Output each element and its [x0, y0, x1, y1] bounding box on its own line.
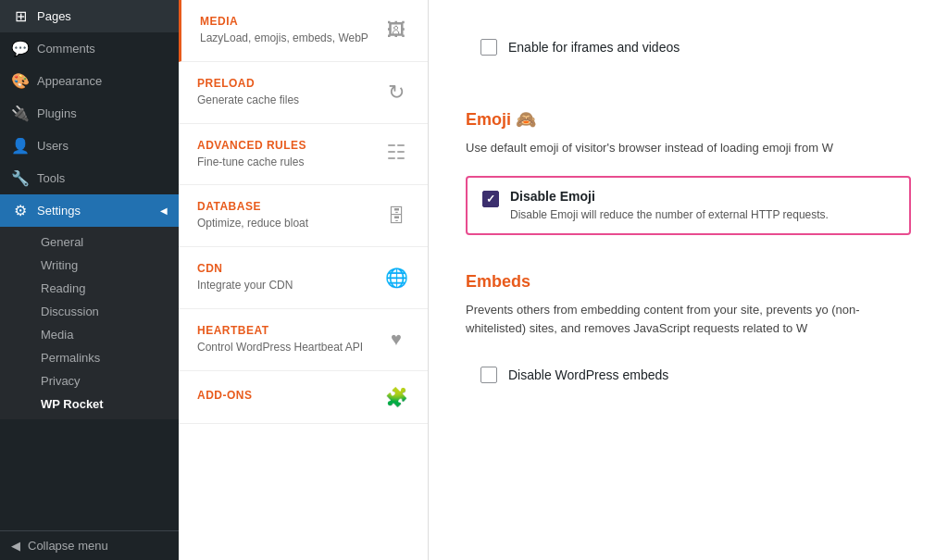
rocket-panel: MEDIA LazyLoad, emojis, embeds, WebP 🖼 P… — [179, 0, 429, 560]
heartbeat-section-icon: ♥ — [383, 329, 409, 350]
emoji-heading: Emoji 🙈 — [466, 109, 911, 130]
svg-rect-4 — [388, 157, 395, 159]
rocket-section-heartbeat[interactable]: HEARTBEAT Control WordPress Heartbeat AP… — [179, 309, 428, 371]
disable-emoji-box: Disable Emoji Disable Emoji will reduce … — [466, 176, 911, 236]
submenu-media[interactable]: Media — [0, 323, 179, 346]
comments-icon: 💬 — [11, 40, 30, 57]
sidebar-item-tools[interactable]: 🔧 Tools — [0, 162, 179, 194]
disable-embeds-row: Disable WordPress embeds — [466, 355, 911, 394]
preload-section-icon: ↻ — [383, 81, 409, 105]
emoji-section: Emoji 🙈 Use default emoji of visitor's b… — [466, 109, 911, 235]
sidebar-item-users[interactable]: 👤 Users — [0, 130, 179, 162]
sidebar-item-comments[interactable]: 💬 Comments — [0, 32, 179, 65]
svg-rect-3 — [397, 151, 405, 153]
emoji-description: Use default emoji of visitor's browser i… — [466, 139, 911, 157]
collapse-icon: ◀ — [11, 539, 20, 553]
collapse-menu[interactable]: ◀ Collapse menu — [0, 531, 179, 560]
svg-rect-0 — [388, 144, 395, 146]
sidebar-item-pages[interactable]: ⊞ Pages — [0, 0, 179, 32]
embeds-section: Embeds Prevents others from embedding co… — [466, 272, 911, 394]
sidebar-item-appearance[interactable]: 🎨 Appearance — [0, 65, 179, 97]
sidebar-bottom: ◀ Collapse menu — [0, 530, 179, 560]
rocket-section-cdn[interactable]: CDN Integrate your CDN 🌐 — [179, 247, 428, 309]
appearance-icon: 🎨 — [11, 72, 30, 90]
settings-arrow: ◀ — [160, 205, 168, 216]
plugins-icon: 🔌 — [11, 105, 30, 122]
disable-emoji-checkbox[interactable] — [482, 191, 499, 207]
main-content: Enable for iframes and videos Emoji 🙈 Us… — [429, 0, 948, 560]
rocket-section-addons[interactable]: ADD-ONS 🧩 — [179, 371, 428, 424]
rocket-section-preload[interactable]: PRELOAD Generate cache files ↻ — [179, 62, 428, 124]
addons-section-icon: 🧩 — [383, 386, 409, 408]
submenu-permalinks[interactable]: Permalinks — [0, 346, 179, 369]
cdn-section-icon: 🌐 — [383, 267, 409, 289]
iframes-checkbox[interactable] — [480, 39, 497, 56]
submenu-writing[interactable]: Writing — [0, 254, 179, 277]
rocket-section-advanced-rules[interactable]: ADVANCED RULES Fine-tune cache rules — [179, 124, 428, 186]
pages-icon: ⊞ — [11, 7, 30, 25]
submenu-general[interactable]: General — [0, 230, 179, 254]
rocket-section-database[interactable]: DATABASE Optimize, reduce bloat 🗄 — [179, 185, 428, 247]
advanced-rules-icon — [383, 142, 409, 167]
embeds-heading: Embeds — [466, 272, 911, 292]
embeds-description: Prevents others from embedding content f… — [466, 301, 911, 337]
wp-admin-sidebar: ⊞ Pages 💬 Comments 🎨 Appearance 🔌 Plugin… — [0, 0, 179, 560]
sidebar-item-settings[interactable]: ⚙ Settings ◀ — [0, 194, 179, 227]
database-section-icon: 🗄 — [383, 205, 409, 227]
submenu-wp-rocket[interactable]: WP Rocket — [0, 392, 179, 416]
tools-icon: 🔧 — [11, 169, 30, 187]
sidebar-item-plugins[interactable]: 🔌 Plugins — [0, 97, 179, 130]
iframes-row: Enable for iframes and videos — [466, 28, 911, 67]
disable-embeds-checkbox[interactable] — [480, 367, 497, 383]
media-section-icon: 🖼 — [383, 19, 409, 41]
users-icon: 👤 — [11, 137, 30, 155]
submenu-privacy[interactable]: Privacy — [0, 369, 179, 392]
svg-rect-2 — [388, 151, 395, 153]
settings-submenu: General Writing Reading Discussion Media… — [0, 227, 179, 419]
submenu-reading[interactable]: Reading — [0, 277, 179, 300]
submenu-discussion[interactable]: Discussion — [0, 300, 179, 323]
svg-rect-1 — [397, 144, 405, 146]
svg-rect-5 — [397, 157, 405, 159]
settings-icon: ⚙ — [11, 202, 30, 219]
rocket-section-media[interactable]: MEDIA LazyLoad, emojis, embeds, WebP 🖼 — [179, 0, 428, 62]
